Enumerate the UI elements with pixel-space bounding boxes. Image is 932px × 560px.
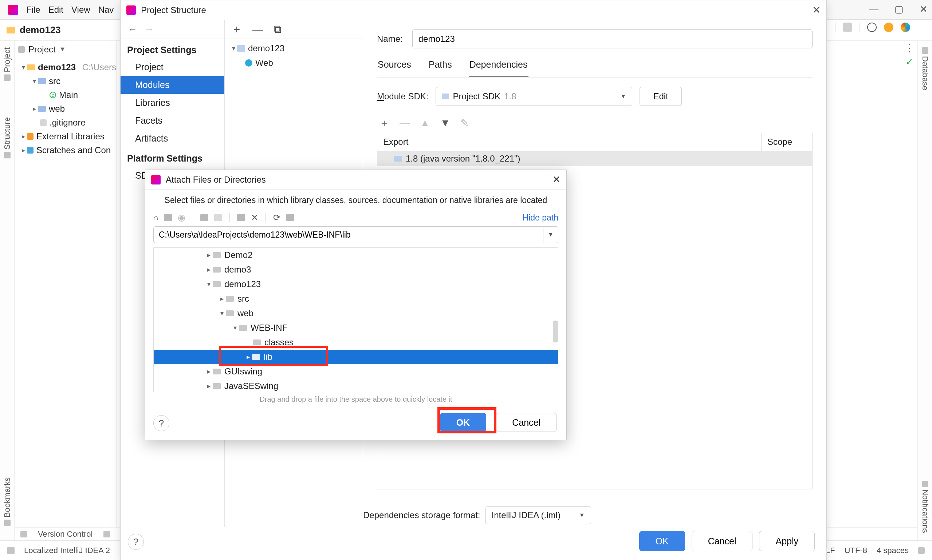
tab-dependencies[interactable]: Dependencies	[469, 56, 528, 77]
nav-back-icon[interactable]: ←	[128, 24, 137, 35]
module-sdk-combo[interactable]: Project SDK 1.8 ▼	[435, 87, 632, 106]
bookmark-icon	[4, 520, 11, 526]
new-folder-icon[interactable]	[200, 214, 208, 221]
file-tree[interactable]: ▸Demo2 ▸demo3 ▾demo123 ▸src ▾web ▾WEB-IN…	[153, 248, 558, 392]
lock-icon[interactable]	[918, 547, 925, 554]
stop-icon[interactable]	[843, 23, 852, 32]
dep-down-icon[interactable]: ▼	[440, 117, 451, 129]
project-dir-icon[interactable]: ◉	[178, 212, 185, 223]
dep-row[interactable]: 1.8 (java version "1.8.0_221")	[377, 151, 812, 166]
hide-path-link[interactable]: Hide path	[523, 213, 558, 223]
folder-icon	[38, 78, 46, 84]
bookmarks-tool-tab[interactable]: Bookmarks	[0, 465, 15, 538]
ps-nav-artifacts[interactable]: Artifacts	[120, 129, 224, 148]
folder-icon	[6, 27, 15, 34]
module-name-input[interactable]	[412, 29, 813, 48]
separator	[265, 213, 266, 222]
help-button[interactable]: ?	[153, 415, 169, 431]
copy-icon[interactable]: ⧉	[273, 23, 281, 35]
close-icon[interactable]: ✕	[812, 4, 821, 16]
expand-icon[interactable]	[286, 214, 294, 221]
ps-nav-project[interactable]: Project	[120, 58, 224, 76]
menu-edit[interactable]: Edit	[48, 5, 63, 15]
right-tool-gutter: Database Notifications	[917, 41, 932, 540]
close-button[interactable]: ✕	[920, 4, 927, 15]
col-scope[interactable]: Scope	[761, 133, 812, 151]
path-history-button[interactable]: ▼	[543, 226, 558, 243]
project-view-icon	[18, 46, 25, 53]
folder-icon	[213, 252, 221, 258]
ps-nav-libraries[interactable]: Libraries	[120, 94, 224, 112]
separator	[193, 213, 193, 222]
maximize-button[interactable]: ▢	[895, 4, 904, 15]
folder-icon	[213, 281, 221, 287]
project-tool-window: Project ▼ ▾demo123C:\Users ▾src cMain ▸w…	[15, 41, 117, 527]
close-icon[interactable]: ✕	[552, 174, 560, 185]
dialog-titlebar: Project Structure ✕	[120, 0, 826, 20]
folder-icon	[239, 325, 247, 331]
dep-add-icon[interactable]: ＋	[379, 116, 389, 130]
chevron-down-icon[interactable]: ▼	[59, 46, 66, 53]
folder-icon	[226, 296, 234, 302]
module-row[interactable]: ▾demo123	[225, 41, 363, 56]
folder-icon	[27, 65, 35, 70]
tab-paths[interactable]: Paths	[428, 56, 453, 77]
cancel-button[interactable]: Cancel	[691, 531, 753, 551]
project-dropdown[interactable]: Project	[28, 45, 56, 55]
home-icon[interactable]: ⌂	[153, 213, 158, 222]
ps-nav-facets[interactable]: Facets	[120, 112, 224, 129]
dep-remove-icon: —	[400, 117, 410, 129]
status-lf[interactable]: LF	[826, 546, 835, 555]
database-icon	[922, 47, 928, 54]
menu-navigate[interactable]: Nav	[98, 5, 114, 15]
structure-tool-tab[interactable]: Structure	[3, 117, 12, 158]
scrollbar[interactable]	[553, 321, 558, 342]
minimize-button[interactable]: —	[869, 4, 878, 15]
code-with-me-icon[interactable]	[901, 23, 910, 32]
status-indent[interactable]: 4 spaces	[876, 546, 909, 555]
path-input[interactable]	[153, 226, 543, 243]
help-button[interactable]: ?	[128, 534, 144, 550]
tree-row-lib[interactable]: ▸lib	[154, 350, 558, 364]
search-icon[interactable]	[867, 23, 876, 32]
project-tree[interactable]: ▾demo123C:\Users ▾src cMain ▸web .gitign…	[15, 58, 116, 159]
status-encoding[interactable]: UTF-8	[845, 546, 867, 555]
edit-sdk-button[interactable]: Edit	[640, 87, 681, 106]
folder-icon	[213, 267, 221, 272]
project-tool-tab[interactable]: Project	[3, 47, 12, 81]
breadcrumb-project[interactable]: demo123	[20, 25, 61, 35]
dialog-title: Attach Files or Directories	[166, 175, 266, 185]
name-label: Name:	[377, 34, 403, 44]
add-icon[interactable]: ＋	[231, 22, 242, 37]
bell-icon	[922, 481, 928, 487]
refresh-icon[interactable]: ⟳	[273, 212, 281, 223]
notifications-tool-tab[interactable]: Notifications	[920, 481, 930, 533]
scratches-icon	[27, 147, 34, 154]
col-export[interactable]: Export	[377, 133, 761, 151]
ide-icon	[127, 5, 136, 15]
folder-icon	[213, 383, 221, 389]
ok-button[interactable]: OK	[440, 413, 486, 432]
menu-file[interactable]: File	[26, 5, 40, 15]
version-control-tab[interactable]: Version Control	[38, 529, 93, 539]
folder-icon	[213, 369, 221, 374]
ps-tabs: Sources Paths Dependencies	[377, 56, 813, 77]
ok-button[interactable]: OK	[639, 531, 685, 551]
database-tool-tab[interactable]: Database	[920, 47, 930, 90]
apply-button[interactable]: Apply	[759, 531, 815, 551]
facet-row[interactable]: Web	[225, 56, 363, 70]
ps-nav-modules[interactable]: Modules	[120, 76, 224, 94]
remove-icon[interactable]: —	[252, 23, 263, 35]
kebab-icon[interactable]: ⋮	[904, 45, 915, 51]
menu-view[interactable]: View	[71, 5, 90, 15]
show-hidden-icon[interactable]	[237, 214, 245, 221]
ide-updates-icon[interactable]	[884, 23, 893, 32]
delete-icon[interactable]: ✕	[251, 212, 258, 223]
storage-format-combo[interactable]: IntelliJ IDEA (.iml)▼	[486, 506, 591, 525]
desktop-icon[interactable]	[164, 214, 172, 221]
tab-sources[interactable]: Sources	[377, 56, 412, 77]
tool-windows-icon[interactable]	[7, 547, 15, 554]
cancel-button[interactable]: Cancel	[496, 413, 557, 432]
window-controls: — ▢ ✕	[869, 4, 927, 15]
vcs-icon	[20, 531, 27, 537]
